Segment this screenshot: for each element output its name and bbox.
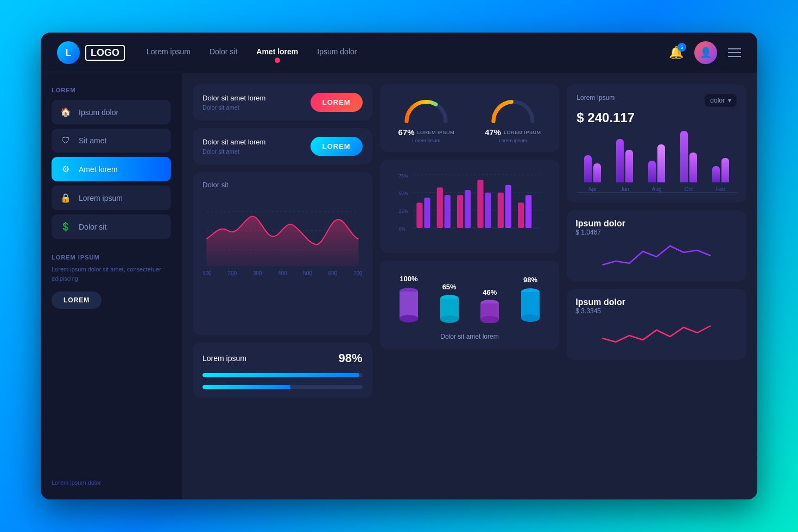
gauge-1-label: LOREM IPSUM [417, 130, 455, 135]
nav-link-lorem-ipsum[interactable]: Lorem ipsum [147, 47, 191, 59]
mini-line-value-2: $ 3.3345 [575, 307, 738, 315]
nav-link-amet-lorem[interactable]: Amet lorem [256, 47, 298, 59]
svg-rect-17 [477, 180, 483, 228]
cylinder-svg-1 [398, 285, 419, 323]
main-layout: LOREM 🏠 Ipsum dolor 🛡 Sit amet ⚙ Amet lo… [41, 73, 757, 499]
svg-rect-22 [525, 195, 531, 228]
cylinder-pct-4: 98% [523, 276, 537, 284]
user-avatar[interactable]: 👤 [694, 41, 717, 64]
sidebar-section-label: LOREM [52, 87, 171, 93]
mini-line-title-1: Ipsum dolor [575, 219, 738, 229]
svg-rect-21 [518, 202, 524, 228]
menu-line-3 [728, 56, 741, 57]
menu-button[interactable] [728, 48, 741, 57]
vbar-label-feb: Feb [716, 186, 725, 192]
action-card-1-title: Dolor sit amet lorem [202, 94, 265, 102]
action-card-2-sub: Dolor sit amet [202, 148, 265, 155]
bar-chart-svg: 75% 50% 25% 0% [388, 167, 552, 243]
stats-dropdown-label: dolor [710, 97, 725, 104]
mini-line-card-2: Ipsum dolor $ 3.3345 [567, 289, 746, 360]
vbar-jun-1 [616, 139, 624, 182]
home-icon: 🏠 [60, 107, 71, 117]
action-card-1-sub: Dolor sit amet [202, 104, 265, 111]
svg-point-34 [521, 314, 540, 322]
vbar-jun-2 [625, 150, 633, 182]
sidebar-items: 🏠 Ipsum dolor 🛡 Sit amet ⚙ Amet lorem 🔒 … [52, 100, 171, 239]
mini-line-svg-1 [575, 240, 738, 270]
x-label-600: 600 [328, 270, 338, 276]
svg-text:0%: 0% [398, 226, 406, 232]
action-card-2-button[interactable]: LOREM [311, 137, 363, 156]
nav-link-ipsum-dolor[interactable]: Ipsum dolor [317, 47, 357, 59]
notification-badge: 5 [677, 43, 686, 52]
sidebar-lower-button[interactable]: LOREM [52, 292, 102, 309]
cylinder-item-1: 100% [398, 275, 419, 323]
stats-header: Lorem Ipsum dolor ▾ [577, 94, 737, 107]
sidebar-item-sit-amet[interactable]: 🛡 Sit amet [52, 129, 171, 153]
cylinder-pct-3: 46% [483, 288, 497, 296]
cylinder-svg-4 [520, 286, 541, 323]
gauge-2-pct: 47% [485, 128, 501, 137]
vbar-label-aug: Aug [652, 186, 662, 192]
stats-value: $ 240.117 [577, 110, 737, 125]
sidebar-item-label: Dolor sit [79, 223, 106, 231]
gauge-item-2: 47% LOREM IPSUM Lorem ipsum [485, 93, 541, 143]
sidebar-lower-desc: Lorem ipsum dolor sit amet, consectetuer… [52, 265, 171, 283]
vbar-group-feb: Feb [712, 128, 729, 192]
vbar-aug-1 [648, 161, 656, 182]
gauge-2-sub: Lorem ipsum [485, 138, 541, 143]
mini-line-value-1: $ 1.0467 [575, 229, 738, 236]
header-right: 🔔 5 👤 [669, 41, 741, 64]
action-card-2: Dolor sit amet lorem Dolor sit amet LORE… [193, 128, 372, 164]
gauge-item-1: 67% LOREM IPSUM Lorem ipsum [398, 93, 455, 143]
gear-icon: ⚙ [60, 164, 71, 174]
column-2: 67% LOREM IPSUM Lorem ipsum [380, 84, 560, 398]
gauge-1-pct: 67% [398, 128, 415, 137]
stats-dropdown[interactable]: dolor ▾ [705, 94, 737, 107]
nav-link-dolor-sit[interactable]: Dolor sit [210, 47, 237, 59]
vbar-feb-1 [712, 166, 720, 182]
shield-icon: 🛡 [60, 136, 71, 145]
vbar-label-jun: Jun [620, 186, 629, 192]
action-card-1-button[interactable]: LOREM [311, 93, 363, 112]
sidebar-item-amet-lorem[interactable]: ⚙ Amet lorem [52, 157, 171, 181]
action-card-1: Dolor sit amet lorem Dolor sit amet LORE… [193, 84, 372, 121]
sidebar-footer: Lorem ipsum dolor [52, 479, 171, 486]
svg-point-28 [440, 315, 459, 323]
sidebar-item-label: Ipsum dolor [79, 108, 118, 117]
sidebar-item-dolor-sit[interactable]: 💲 Dolor sit [52, 214, 171, 239]
column-1: Dolor sit amet lorem Dolor sit amet LORE… [193, 84, 372, 398]
lock-icon: 🔒 [60, 193, 71, 203]
x-label-400: 400 [278, 270, 287, 276]
dollar-icon: 💲 [60, 221, 71, 232]
line-chart-x-labels: 100 200 300 400 500 600 700 [202, 268, 363, 276]
sidebar-item-ipsum-dolor[interactable]: 🏠 Ipsum dolor [52, 100, 171, 124]
action-card-1-texts: Dolor sit amet lorem Dolor sit amet [202, 94, 265, 111]
cylinder-item-3: 46% [479, 288, 500, 323]
svg-rect-11 [416, 202, 422, 228]
cylinder-pct-2: 65% [442, 283, 457, 291]
bar-chart-card: 75% 50% 25% 0% [380, 160, 560, 253]
svg-rect-24 [400, 292, 418, 319]
gauge-svg-2 [489, 93, 537, 125]
line-chart-title: Dolor sit [202, 181, 363, 189]
svg-rect-18 [485, 193, 491, 228]
progress-header: Lorem ipsum 98% [202, 351, 363, 365]
x-label-300: 300 [253, 270, 262, 276]
header: L LOGO Lorem ipsum Dolor sit Amet lorem … [41, 33, 757, 73]
notification-bell[interactable]: 🔔 5 [669, 46, 683, 60]
cylinder-card-title: Dolor sit amet lorem [389, 333, 551, 340]
gauge-card: 67% LOREM IPSUM Lorem ipsum [380, 84, 560, 152]
progress-bar-fill-2 [202, 385, 290, 389]
nav-links: Lorem ipsum Dolor sit Amet lorem Ipsum d… [147, 47, 669, 59]
menu-line-2 [728, 52, 741, 53]
sidebar: LOREM 🏠 Ipsum dolor 🛡 Sit amet ⚙ Amet lo… [41, 73, 182, 499]
svg-rect-13 [436, 187, 442, 228]
progress-pct: 98% [339, 351, 363, 365]
vbar-oct-1 [680, 131, 688, 182]
x-label-500: 500 [303, 270, 312, 276]
mini-line-title-2: Ipsum dolor [575, 297, 738, 307]
logo-area: L LOGO [57, 41, 125, 64]
svg-rect-33 [521, 292, 540, 318]
sidebar-item-lorem-ipsum[interactable]: 🔒 Lorem ipsum [52, 186, 171, 210]
